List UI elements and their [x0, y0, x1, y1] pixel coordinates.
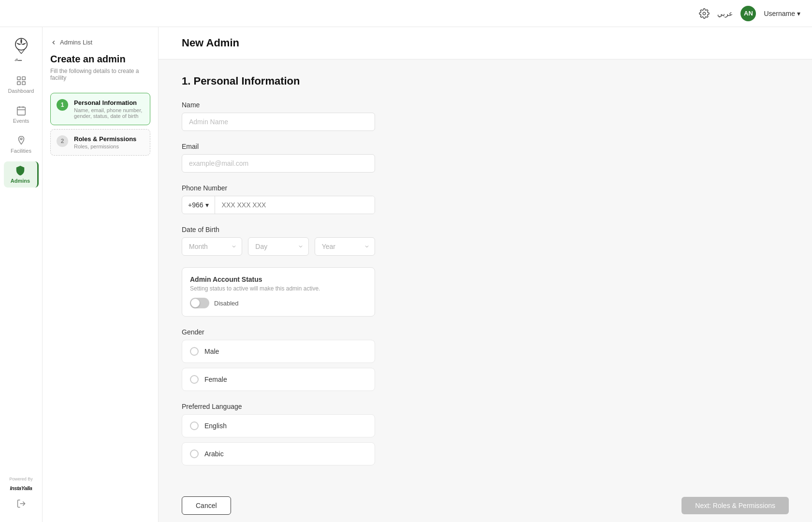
- chevron-down-icon: ▾: [797, 10, 800, 17]
- gender-female-label: Female: [204, 376, 227, 383]
- email-input[interactable]: [182, 154, 375, 173]
- dob-month-select[interactable]: Month JanuaryFebruaryMarch AprilMayJune …: [182, 237, 242, 256]
- status-box: Admin Account Status Setting status to a…: [182, 267, 375, 317]
- sidebar-item-events[interactable]: Events: [4, 102, 39, 128]
- status-toggle[interactable]: [190, 298, 209, 308]
- avatar: AN: [740, 6, 756, 21]
- page-title-bar: New Admin: [159, 27, 812, 59]
- phone-code-value: +966: [188, 201, 203, 209]
- back-link[interactable]: Admins List: [50, 39, 150, 46]
- step-1-desc: Name, email, phone number, gender, statu…: [74, 107, 144, 119]
- sidebar-item-facilities[interactable]: Facilities: [4, 131, 39, 158]
- sidebar-item-admins[interactable]: Admins: [4, 161, 39, 188]
- status-box-title: Admin Account Status: [190, 276, 367, 283]
- svg-point-11: [20, 138, 22, 140]
- language-field-group: Preferred Language English Arabic: [182, 403, 789, 465]
- gender-male-radio[interactable]: [190, 347, 199, 356]
- logo: مساك: [7, 35, 36, 64]
- sidebar-item-facilities-label: Facilities: [11, 148, 31, 154]
- phone-input[interactable]: [215, 196, 375, 214]
- page-title: New Admin: [182, 37, 789, 49]
- powered-by-logo: InstaYalla: [10, 485, 32, 491]
- form-actions: Cancel Next: Roles & Permissions: [182, 485, 789, 515]
- step-1-content: Personal Information Name, email, phone …: [74, 99, 144, 119]
- toggle-row: Disabled: [190, 298, 367, 308]
- topbar: عربي AN Username ▾: [0, 0, 812, 27]
- step-1[interactable]: 1 Personal Information Name, email, phon…: [50, 93, 150, 125]
- next-button[interactable]: Next: Roles & Permissions: [682, 497, 789, 514]
- svg-point-0: [703, 12, 706, 15]
- dob-label: Date of Birth: [182, 226, 789, 233]
- email-field-group: Email: [182, 143, 789, 173]
- sidebar-item-dashboard-label: Dashboard: [8, 88, 34, 94]
- language-english-label: English: [204, 422, 227, 430]
- dob-year-select[interactable]: Year: [315, 237, 375, 256]
- language-arabic-radio[interactable]: [190, 450, 199, 458]
- svg-rect-6: [22, 82, 25, 85]
- gear-icon[interactable]: [699, 8, 710, 19]
- gender-label: Gender: [182, 328, 789, 336]
- gender-female-radio[interactable]: [190, 375, 199, 384]
- sidebar-item-admins-label: Admins: [11, 178, 30, 184]
- language-label: Preferred Language: [182, 403, 789, 410]
- name-field-group: Name: [182, 101, 789, 131]
- name-label: Name: [182, 101, 789, 109]
- language-english-radio[interactable]: [190, 421, 199, 430]
- step-2[interactable]: 2 Roles & Permissions Roles, permissions: [50, 129, 150, 156]
- svg-rect-3: [17, 77, 20, 80]
- status-box-desc: Setting status to active will make this …: [190, 285, 367, 292]
- step-1-number: 1: [57, 99, 68, 111]
- phone-field-group: Phone Number +966 ▾: [182, 184, 789, 214]
- svg-rect-7: [17, 107, 25, 116]
- svg-rect-4: [22, 77, 25, 80]
- dob-group: Month JanuaryFebruaryMarch AprilMayJune …: [182, 237, 375, 256]
- step-panel-title: Create an admin: [50, 54, 150, 65]
- email-label: Email: [182, 143, 789, 150]
- sidebar: مساك Dashboard Events Facilities: [0, 27, 43, 522]
- status-field-group: Admin Account Status Setting status to a…: [182, 267, 789, 317]
- username-menu[interactable]: Username ▾: [764, 10, 800, 17]
- phone-code-selector[interactable]: +966 ▾: [182, 196, 215, 214]
- svg-text:مساك: مساك: [14, 58, 22, 61]
- language-arabic-label: Arabic: [204, 450, 224, 458]
- back-link-label: Admins List: [60, 39, 92, 46]
- language-english-option[interactable]: English: [182, 414, 375, 437]
- sidebar-item-dashboard[interactable]: Dashboard: [4, 72, 39, 98]
- phone-code-chevron: ▾: [205, 201, 209, 209]
- gender-male-option[interactable]: Male: [182, 340, 375, 363]
- step-panel: Admins List Create an admin Fill the fol…: [43, 27, 159, 522]
- status-toggle-label: Disabled: [214, 300, 239, 307]
- sidebar-bottom: Powered By InstaYalla: [9, 477, 33, 514]
- toggle-knob: [191, 299, 200, 307]
- step-2-number: 2: [57, 135, 68, 147]
- form-section-title: 1. Personal Information: [182, 75, 789, 87]
- language-toggle[interactable]: عربي: [717, 10, 733, 17]
- gender-female-option[interactable]: Female: [182, 368, 375, 391]
- step-2-title: Roles & Permissions: [74, 135, 144, 143]
- name-input[interactable]: [182, 113, 375, 131]
- step-2-content: Roles & Permissions Roles, permissions: [74, 135, 144, 149]
- logout-button[interactable]: [13, 495, 30, 514]
- language-arabic-option[interactable]: Arabic: [182, 442, 375, 465]
- gender-field-group: Gender Male Female: [182, 328, 789, 391]
- step-2-desc: Roles, permissions: [74, 144, 144, 149]
- main-content: New Admin 1. Personal Information Name E…: [159, 27, 812, 522]
- powered-by-label: Powered By: [9, 477, 33, 481]
- cancel-button[interactable]: Cancel: [182, 496, 231, 515]
- sidebar-item-events-label: Events: [13, 118, 29, 124]
- phone-group: +966 ▾: [182, 196, 375, 214]
- step-panel-subtitle: Fill the following details to create a f…: [50, 68, 150, 81]
- gender-male-label: Male: [204, 348, 219, 355]
- dob-field-group: Date of Birth Month JanuaryFebruaryMarch…: [182, 226, 789, 256]
- main-layout: مساك Dashboard Events Facilities: [0, 27, 812, 522]
- svg-rect-5: [17, 82, 20, 85]
- phone-label: Phone Number: [182, 184, 789, 192]
- step-1-title: Personal Information: [74, 99, 144, 106]
- dob-day-select[interactable]: Day: [248, 237, 308, 256]
